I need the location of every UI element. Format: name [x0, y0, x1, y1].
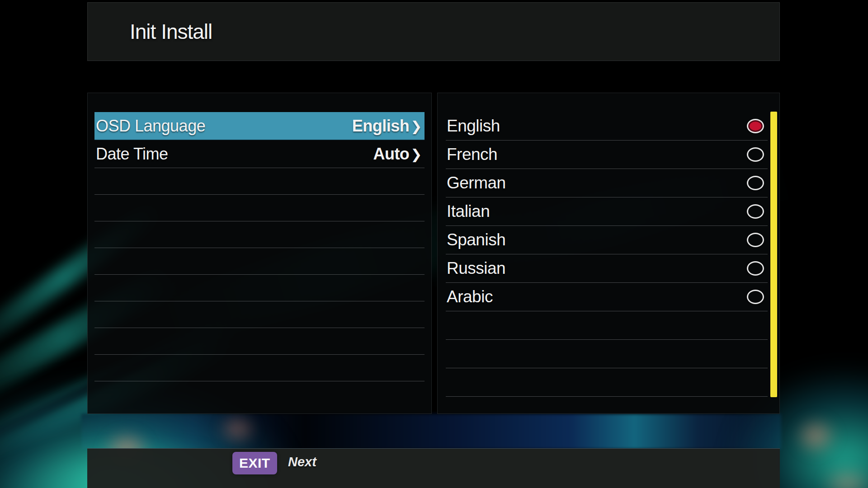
exit-button[interactable]: EXIT	[232, 452, 277, 474]
menu-item-date-time[interactable]: Date TimeAuto❯	[94, 140, 425, 168]
language-option-label: Italian	[447, 202, 490, 221]
menu-empty-row	[94, 195, 425, 221]
page-title: Init Install	[88, 19, 212, 44]
language-empty-row	[446, 368, 768, 397]
language-option-italian[interactable]: Italian	[446, 197, 768, 226]
language-option-label: Russian	[447, 259, 505, 278]
footer-bar: EXIT Next	[87, 448, 780, 488]
chevron-right-icon: ❯	[410, 146, 422, 162]
chevron-right-icon: ❯	[410, 118, 422, 134]
language-option-english[interactable]: English	[446, 112, 768, 141]
background-blue-band	[81, 414, 781, 449]
menu-item-label: OSD Language	[96, 117, 205, 136]
background-warm-spot	[821, 465, 868, 488]
language-panel: EnglishFrenchGermanItalianSpanishRussian…	[437, 93, 780, 414]
radio-button-icon	[747, 261, 764, 276]
language-list: EnglishFrenchGermanItalianSpanishRussian…	[446, 112, 768, 397]
menu-item-value-text: English	[352, 117, 410, 136]
radio-button-icon	[747, 119, 764, 133]
language-option-label: English	[447, 117, 500, 136]
language-option-spanish[interactable]: Spanish	[446, 226, 768, 254]
language-empty-row	[446, 340, 768, 368]
language-option-russian[interactable]: Russian	[446, 254, 768, 283]
menu-empty-row	[94, 355, 425, 381]
settings-menu: OSD LanguageEnglish❯Date TimeAuto❯	[94, 112, 425, 381]
menu-empty-row	[94, 248, 425, 275]
menu-item-label: Date Time	[96, 145, 168, 164]
menu-item-osd-language[interactable]: OSD LanguageEnglish❯	[94, 112, 425, 140]
menu-empty-row	[94, 168, 425, 195]
radio-button-icon	[747, 147, 764, 162]
menu-empty-row	[94, 301, 425, 328]
radio-button-icon	[747, 204, 764, 219]
radio-button-icon	[747, 176, 764, 190]
language-option-label: German	[447, 174, 506, 192]
language-option-label: Spanish	[447, 230, 505, 249]
menu-empty-row	[94, 221, 425, 248]
menu-empty-row	[94, 275, 425, 301]
header-panel: Init Install	[87, 2, 780, 61]
init-install-screen: Init Install OSD LanguageEnglish❯Date Ti…	[0, 0, 868, 488]
menu-empty-row	[94, 328, 425, 355]
language-option-arabic[interactable]: Arabic	[446, 283, 768, 311]
menu-item-value: Auto❯	[373, 145, 422, 164]
next-hint-label[interactable]: Next	[288, 455, 316, 469]
language-option-german[interactable]: German	[446, 169, 768, 197]
language-option-label: Arabic	[447, 287, 493, 306]
language-empty-row	[446, 311, 768, 340]
scrollbar[interactable]	[770, 112, 777, 397]
radio-button-icon	[747, 290, 764, 304]
background-warm-spot	[217, 413, 258, 445]
radio-button-icon	[747, 233, 764, 247]
language-option-label: French	[447, 145, 497, 164]
background-warm-spot	[793, 416, 839, 456]
language-option-french[interactable]: French	[446, 141, 768, 169]
menu-item-value-text: Auto	[373, 145, 409, 164]
menu-item-value: English❯	[352, 117, 422, 136]
settings-panel: OSD LanguageEnglish❯Date TimeAuto❯	[87, 93, 432, 414]
